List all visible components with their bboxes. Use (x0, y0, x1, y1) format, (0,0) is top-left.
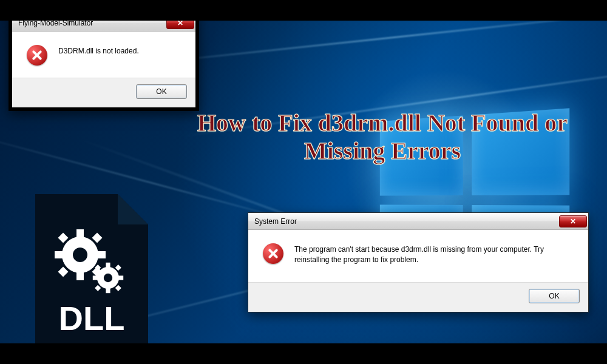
titlebar[interactable]: System Error ✕ (248, 213, 588, 230)
error-message: D3DRM.dll is not loaded. (58, 45, 139, 56)
svg-rect-16 (118, 275, 123, 280)
letterbox-bottom (0, 343, 607, 364)
window-title: System Error (254, 217, 297, 226)
headline-text: How to Fix d3drm.dll Not Found or Missin… (170, 109, 595, 165)
error-icon (263, 243, 283, 264)
svg-point-12 (104, 274, 112, 282)
letterbox-top (0, 0, 607, 21)
error-icon (27, 45, 47, 66)
svg-rect-15 (93, 275, 98, 280)
close-button[interactable]: ✕ (559, 215, 587, 228)
svg-rect-14 (106, 288, 110, 293)
ok-button[interactable]: OK (529, 289, 580, 303)
ok-button-label: OK (156, 87, 166, 96)
dll-label: DLL (59, 299, 125, 337)
ok-button[interactable]: OK (136, 84, 187, 99)
svg-rect-5 (55, 251, 63, 258)
svg-rect-4 (76, 272, 84, 280)
svg-rect-13 (106, 263, 110, 268)
error-dialog-system: System Error ✕ The program can't start b… (248, 212, 589, 312)
close-icon: ✕ (570, 217, 576, 226)
svg-rect-3 (76, 229, 84, 238)
svg-rect-6 (97, 251, 106, 258)
svg-point-2 (73, 248, 87, 262)
error-dialog-fms: Flying-Model-Simulator ✕ D3DRM.dll is no… (8, 11, 199, 111)
dll-file-icon: DLL (28, 192, 155, 347)
error-message: The program can't start because d3drm.dl… (294, 243, 561, 266)
ok-button-label: OK (549, 292, 559, 300)
